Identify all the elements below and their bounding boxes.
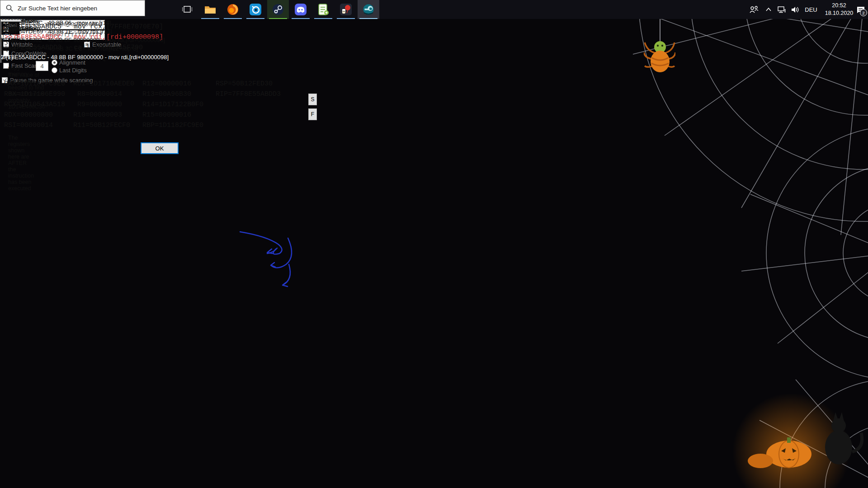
registers-row[interactable]: RBX=1D17106E990 R8=00000014 R13=00A96B30… <box>4 90 281 98</box>
adventure-game-icon <box>340 4 352 15</box>
taskbar-item-firefox[interactable] <box>222 0 244 19</box>
tray-volume-icon[interactable] <box>788 0 802 19</box>
taskbar-item-notepad-plus-plus[interactable] <box>312 0 334 19</box>
registers-footer-note: The registers shown here are AFTER the i… <box>8 135 34 192</box>
file-explorer-icon <box>204 5 216 14</box>
opcode-instruction: 7FF8E547DE69 - 49 8B 1E - mov rbx,[r14] <box>1 28 112 35</box>
tray-chevron-up-icon[interactable] <box>762 0 775 19</box>
taskbar: Zur Suche Text hier eingeben <box>0 0 868 19</box>
opcode-instruction: 7FF8E55A6382 - 48 8B BF 98000000 - mov r… <box>1 37 165 43</box>
fast-scan-value-input[interactable]: 4 <box>36 61 48 71</box>
pen-annotation <box>236 226 308 294</box>
taskbar-item-file-explorer[interactable] <box>199 0 221 19</box>
registers-row[interactable]: RCX=1D10543A518 R9=00000000 R14=1D17122B… <box>4 101 203 108</box>
taskbar-item-steam[interactable] <box>267 0 289 19</box>
halloween-wallpaper <box>0 0 868 488</box>
tray-language[interactable]: DEU <box>802 0 820 19</box>
tray-people-icon[interactable] <box>746 0 762 19</box>
taskbar-item-adventure-game[interactable] <box>335 0 357 19</box>
task-view-icon <box>182 5 192 14</box>
taskbar-item-discord[interactable] <box>290 0 311 19</box>
tray-time: 20:52 <box>822 2 856 9</box>
last-digits-label: Last Digits <box>59 67 87 74</box>
stack-button[interactable]: S <box>308 94 317 105</box>
registers-row[interactable]: RDX=00000000 R10=00000003 R15=00000016 <box>4 111 191 119</box>
notification-center-button[interactable]: 2 <box>854 0 868 19</box>
opcode-instruction: 7FF8E54568CE - 49 8B 3C EC - mov rdi,[r1… <box>1 45 138 52</box>
search-placeholder: Zur Suche Text hier eingeben <box>18 5 97 12</box>
notepad-plus-plus-icon <box>318 4 329 15</box>
tray-clock[interactable]: 20:52 18.10.2020 <box>822 2 856 17</box>
ok-button[interactable]: OK <box>141 142 179 154</box>
search-icon <box>6 5 13 12</box>
opcode-instruction: 7FF8E55ABDCC - 48 8B BF 98000000 - mov r… <box>1 54 169 61</box>
registers-row[interactable]: RAX=1D1182FC9E0 RDI=1D1710AEDE0 R12=0000… <box>4 80 273 88</box>
taskbar-item-cheat-engine[interactable] <box>358 0 379 19</box>
search-box[interactable]: Zur Suche Text hier eingeben <box>0 0 145 16</box>
blue-utility-icon <box>250 4 261 15</box>
last-digits-radio[interactable] <box>52 67 57 73</box>
taskbar-item-blue-utility[interactable] <box>245 0 266 19</box>
cheat-engine-icon <box>363 4 374 15</box>
tray-date: 18.10.2020 <box>822 9 856 17</box>
discord-icon <box>295 4 307 15</box>
registers-row[interactable]: RSI=00000014 R11=50B12FECF0 RBP=1D1182FC… <box>4 122 203 129</box>
notification-badge: 2 <box>860 9 867 16</box>
float-button[interactable]: F <box>308 108 317 120</box>
firefox-icon <box>227 4 239 15</box>
steam-icon <box>272 4 284 15</box>
tray-network-icon[interactable] <box>775 0 788 19</box>
task-view-button[interactable] <box>176 0 198 19</box>
